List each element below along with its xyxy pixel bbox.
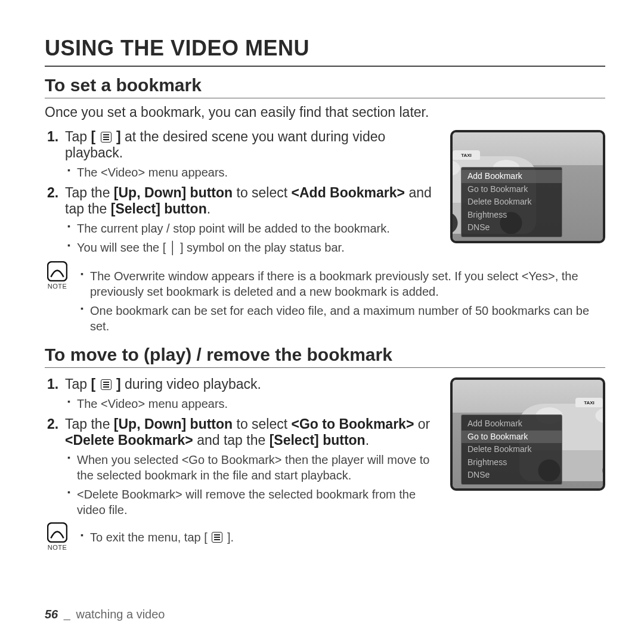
video-menu-overlay: Add Bookmark Go to Bookmark Delete Bookm… (461, 414, 562, 485)
svg-rect-1 (48, 523, 67, 542)
section-label: watching a video (76, 608, 165, 621)
substep: You will see the [ │ ] symbol on the pla… (65, 240, 438, 255)
note-icon: NOTE (45, 261, 70, 290)
menu-item: Brightness (462, 209, 562, 222)
substep: When you selected <Go to Bookmark> then … (65, 452, 438, 483)
svg-rect-0 (48, 262, 67, 281)
video-menu-overlay: Add Bookmark Go to Bookmark Delete Bookm… (461, 167, 562, 237)
note-text: One bookmark can be set for each video f… (78, 303, 605, 334)
page-footer: 56 _ watching a video (45, 608, 165, 621)
substep: The current play / stop point will be ad… (65, 221, 438, 236)
substep: The <Video> menu appears. (65, 165, 438, 180)
step: Tap [ ] during video playback. The <Vide… (47, 376, 438, 411)
step: Tap [ ] at the desired scene you want du… (47, 129, 438, 180)
menu-icon (212, 532, 222, 543)
note-text: The Overwrite window appears if there is… (78, 268, 605, 299)
menu-item: Delete Bookmark (462, 443, 562, 456)
section-intro: Once you set a bookmark, you can easily … (45, 104, 605, 120)
note-text: To exit the menu, tap [ ]. (78, 530, 605, 545)
device-illustration: TAXI Add Bookmark Go to Bookmark Delete … (450, 130, 605, 243)
menu-item: Delete Bookmark (462, 196, 562, 209)
menu-item: Add Bookmark (462, 417, 562, 431)
bookmark-symbol: │ (169, 240, 177, 255)
menu-icon (101, 132, 112, 143)
note-icon: NOTE (45, 522, 70, 551)
device-illustration: TAXI Add Bookmark Go to Bookmark Delete … (450, 377, 605, 491)
menu-item: Go to Bookmark (462, 183, 562, 196)
substep: <Delete Bookmark> will remove the select… (65, 487, 438, 518)
menu-item: DNSe (462, 221, 562, 234)
page-title: USING THE VIDEO MENU (45, 36, 605, 67)
menu-item: DNSe (462, 469, 562, 482)
substep: The <Video> menu appears. (65, 396, 438, 411)
menu-item-selected: Add Bookmark (462, 170, 562, 183)
menu-icon (101, 379, 112, 390)
section-heading: To move to (play) / remove the bookmark (45, 345, 605, 368)
menu-item-selected: Go to Bookmark (462, 431, 562, 444)
section-heading: To set a bookmark (45, 75, 605, 98)
page-number: 56 (45, 608, 58, 621)
menu-item: Brightness (462, 456, 562, 469)
step: Tap the [Up, Down] button to select <Go … (47, 416, 438, 518)
step: Tap the [Up, Down] button to select <Add… (47, 185, 438, 255)
